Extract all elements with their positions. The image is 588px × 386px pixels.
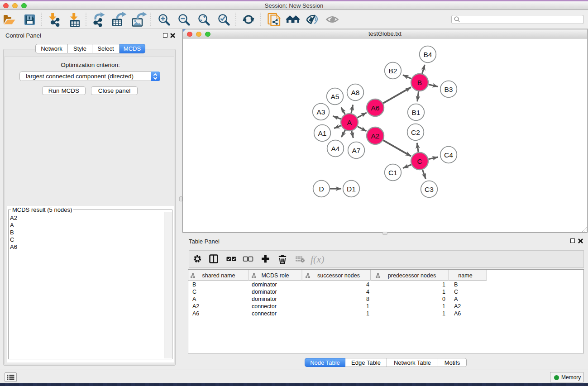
- svg-text:dominator: dominator: [252, 296, 277, 302]
- svg-text:D1: D1: [347, 185, 356, 193]
- svg-text:B: B: [454, 281, 458, 288]
- svg-text:A6: A6: [192, 310, 199, 317]
- svg-text:D: D: [319, 185, 324, 193]
- svg-text:B1: B1: [412, 109, 421, 116]
- svg-text:1: 1: [442, 303, 445, 310]
- svg-text:B4: B4: [424, 51, 432, 58]
- svg-text:name: name: [458, 272, 472, 279]
- svg-text:A3: A3: [317, 108, 325, 116]
- svg-text:1: 1: [442, 289, 445, 295]
- svg-text:A6: A6: [454, 310, 461, 317]
- svg-text:C: C: [417, 157, 422, 165]
- svg-text:A2: A2: [371, 132, 380, 140]
- svg-text:C3: C3: [425, 186, 434, 193]
- svg-text:4: 4: [366, 281, 369, 288]
- svg-text:A: A: [347, 119, 352, 126]
- svg-text:A1: A1: [318, 129, 327, 137]
- svg-text:0: 0: [442, 296, 445, 302]
- svg-text:successor nodes: successor nodes: [317, 272, 360, 279]
- svg-text:dominator: dominator: [252, 281, 277, 288]
- svg-text:C: C: [454, 289, 458, 295]
- svg-text:1: 1: [442, 310, 445, 317]
- svg-text:f(x): f(x): [311, 253, 325, 265]
- svg-text:A2: A2: [454, 303, 461, 310]
- svg-text:A: A: [454, 296, 458, 302]
- svg-text:connector: connector: [252, 310, 277, 317]
- svg-text:A: A: [192, 296, 196, 302]
- svg-text:B: B: [192, 281, 196, 288]
- svg-text:shared name: shared name: [202, 272, 235, 279]
- svg-text:A4: A4: [331, 145, 340, 152]
- svg-text:8: 8: [366, 296, 369, 302]
- svg-text:A5: A5: [331, 93, 339, 100]
- svg-text:B3: B3: [445, 86, 453, 93]
- svg-text:A6: A6: [371, 104, 380, 112]
- svg-text:connector: connector: [252, 303, 277, 310]
- svg-text:C4: C4: [444, 151, 453, 159]
- svg-text:A7: A7: [352, 147, 361, 154]
- svg-text:MCDS role: MCDS role: [261, 272, 289, 279]
- svg-text:C: C: [192, 289, 196, 295]
- svg-text:1: 1: [442, 281, 445, 288]
- svg-text:1: 1: [366, 310, 369, 317]
- svg-text:dominator: dominator: [252, 289, 277, 295]
- svg-text:predecessor nodes: predecessor nodes: [388, 272, 436, 279]
- svg-text:A2: A2: [192, 303, 199, 310]
- svg-text:C2: C2: [411, 129, 420, 136]
- svg-text:B2: B2: [389, 67, 397, 75]
- svg-text:A8: A8: [351, 89, 360, 96]
- svg-text:4: 4: [366, 289, 369, 295]
- svg-text:B: B: [417, 79, 422, 86]
- svg-text:1: 1: [366, 303, 369, 310]
- svg-text:C1: C1: [388, 169, 397, 176]
